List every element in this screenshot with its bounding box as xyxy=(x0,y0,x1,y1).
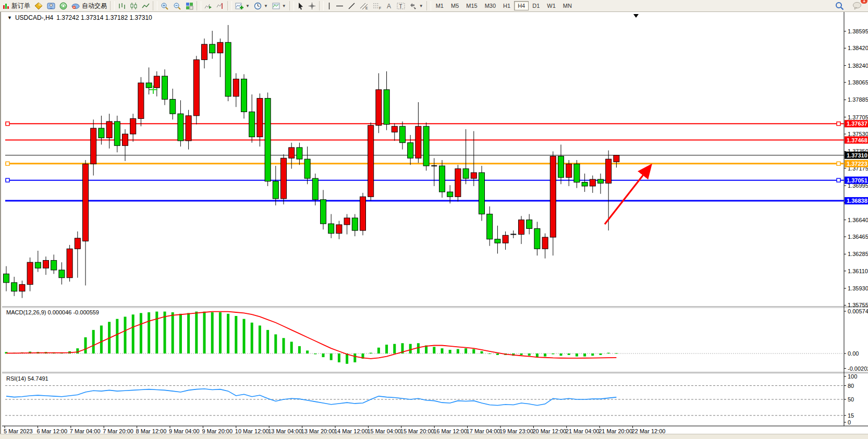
add-indicator-button[interactable]: ▼ xyxy=(233,1,252,11)
shift-end-button[interactable] xyxy=(202,1,214,11)
bull-candle xyxy=(106,121,112,138)
macd-bar xyxy=(457,349,459,353)
bear-candle xyxy=(400,126,406,142)
timeframe-button-h1[interactable]: H1 xyxy=(499,1,514,10)
timeframe-button-h4[interactable]: H4 xyxy=(514,1,529,10)
price-axis-label: 1.36465 xyxy=(848,234,868,240)
cursor-button[interactable] xyxy=(295,1,306,11)
periods-clock-button[interactable]: ▼ xyxy=(252,1,270,11)
add-indicator-icon xyxy=(235,2,243,10)
bull-candle xyxy=(519,220,524,235)
timeframe-button-w1[interactable]: W1 xyxy=(543,1,559,10)
rsi-axis-label: 0 xyxy=(848,419,851,425)
profile-icon xyxy=(47,2,55,10)
support-line-1-handle-left[interactable] xyxy=(6,178,9,182)
resistance-line-1-handle-left[interactable] xyxy=(6,122,9,126)
macd-bar xyxy=(195,312,198,353)
timeframe-button-m1[interactable]: M1 xyxy=(432,1,447,10)
toolbar-group xyxy=(116,0,152,11)
resistance-line-1-handle-right[interactable] xyxy=(837,122,840,126)
pivot-line-handle-right[interactable] xyxy=(837,162,840,165)
price-tag-label: 1.37223 xyxy=(847,161,867,167)
bull-candle xyxy=(130,118,136,134)
zoom-out-button[interactable] xyxy=(171,1,184,11)
tile-windows-button[interactable] xyxy=(184,1,195,11)
pivot-line-handle-left[interactable] xyxy=(6,162,9,165)
chart-window: ▼ USDCAD-,H4 1.37242 1.37314 1.37182 1.3… xyxy=(0,12,868,434)
zoom-in-button[interactable] xyxy=(158,1,171,11)
notification-badge: 1 xyxy=(861,0,867,4)
bars-chart-icon xyxy=(118,2,126,10)
macd-bar xyxy=(330,353,333,360)
text-button[interactable]: A xyxy=(384,1,395,11)
templates-icon xyxy=(272,2,280,10)
text-label-icon: T xyxy=(397,2,405,10)
tile-windows-icon xyxy=(186,2,193,10)
channel-button[interactable]: E xyxy=(358,1,371,11)
macd-bar xyxy=(283,338,285,353)
shift-chart-button[interactable] xyxy=(214,1,226,11)
macd-bar xyxy=(211,312,214,353)
gold-diamond-button[interactable] xyxy=(32,1,45,11)
search-icon xyxy=(835,2,844,10)
timeframe-button-mn[interactable]: MN xyxy=(559,1,576,10)
timeframe-button-m30[interactable]: M30 xyxy=(481,1,499,10)
macd-bar xyxy=(290,342,293,353)
dropdown-arrow-icon[interactable]: ▼ xyxy=(419,4,423,8)
autotrade-cloud-button[interactable]: 自动交易 xyxy=(69,1,109,11)
toolbar-button-label: 自动交易 xyxy=(82,2,107,10)
bars-chart-button[interactable] xyxy=(116,1,128,11)
support-line-1-handle-right[interactable] xyxy=(837,178,840,182)
hline-button[interactable] xyxy=(334,1,346,11)
macd-bar xyxy=(338,353,340,362)
fibonacci-button[interactable]: F xyxy=(371,1,384,11)
toolbar-separator xyxy=(289,1,294,10)
timeframe-button-m15[interactable]: M15 xyxy=(462,1,481,10)
dropdown-arrow-icon[interactable]: ▼ xyxy=(264,4,268,8)
bear-candle xyxy=(558,156,564,178)
macd-bar xyxy=(449,350,451,353)
shapes-icon xyxy=(409,2,417,10)
macd-bar xyxy=(576,353,578,357)
timeframe-button-d1[interactable]: D1 xyxy=(529,1,543,10)
toolbar-group xyxy=(202,0,226,11)
dropdown-arrow-icon[interactable]: ▼ xyxy=(246,4,250,8)
bear-candle xyxy=(51,260,57,270)
chart-shift-marker[interactable] xyxy=(633,14,639,18)
bull-candle xyxy=(503,235,508,243)
vline-button[interactable] xyxy=(325,1,334,11)
timeframe-button-m5[interactable]: M5 xyxy=(447,1,462,10)
bull-candle xyxy=(186,116,191,141)
candles-chart-button[interactable] xyxy=(128,1,140,11)
price-tag-label: 1.36838 xyxy=(847,198,867,204)
templates-button[interactable]: ▼ xyxy=(270,1,288,11)
chart-canvas[interactable]: 1.385951.384201.382401.380651.378851.377… xyxy=(1,12,868,434)
price-tag-label: 1.37051 xyxy=(847,177,867,184)
profile-button[interactable] xyxy=(45,1,57,11)
macd-bar xyxy=(92,330,95,353)
bull-candle xyxy=(83,164,89,241)
crosshair-button[interactable] xyxy=(306,1,318,11)
shapes-button[interactable]: ▼ xyxy=(407,1,425,11)
text-label-button[interactable]: T xyxy=(395,1,407,11)
price-axis-label: 1.37885 xyxy=(848,96,868,103)
bull-candle xyxy=(415,126,421,158)
search-button[interactable] xyxy=(833,1,846,11)
price-axis-label: 1.35930 xyxy=(848,285,868,291)
bear-candle xyxy=(297,148,302,159)
new-order-button[interactable]: 新订单 xyxy=(0,1,32,11)
trendline-button[interactable] xyxy=(346,1,358,11)
chat-button[interactable]: 1 xyxy=(850,1,864,11)
bear-candle xyxy=(384,90,389,125)
price-axis-label: 1.38240 xyxy=(848,63,868,69)
bull-candle xyxy=(154,76,160,88)
bull-candle xyxy=(360,197,366,230)
price-axis-label: 1.37530 xyxy=(848,131,868,137)
toolbar-right-icons: 1 xyxy=(833,1,864,11)
dropdown-arrow-icon[interactable]: ▼ xyxy=(282,4,286,8)
signal-button[interactable] xyxy=(57,1,69,11)
macd-bar xyxy=(100,325,103,353)
price-tag-label: 1.37310 xyxy=(847,152,867,158)
line-chart-button[interactable] xyxy=(140,1,152,11)
price-axis-label: 1.38595 xyxy=(848,28,868,34)
